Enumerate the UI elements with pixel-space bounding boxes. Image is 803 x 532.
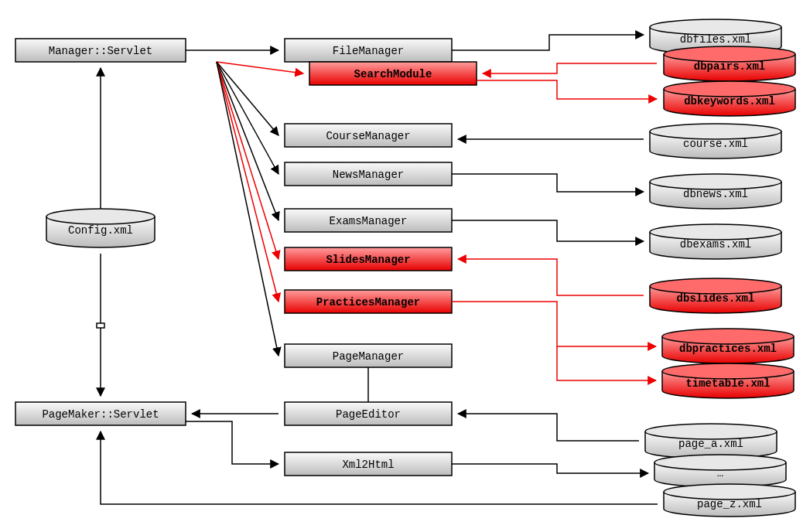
dbfiles-label: dbfiles.xml	[680, 33, 751, 46]
exams-db-line	[452, 220, 644, 241]
pagez-label: page_z.xml	[697, 498, 762, 510]
svg-point-1	[650, 19, 781, 35]
mgr-slides-line	[217, 62, 278, 259]
pagemaker-xml2html-line	[186, 421, 278, 464]
dbpairs-label: dbpairs.xml	[694, 60, 765, 73]
line-break-icon	[97, 323, 104, 328]
slidesmanager-label: SlidesManager	[326, 254, 410, 266]
svg-point-12	[664, 484, 795, 500]
dbslides-label: dbslides.xml	[677, 292, 755, 305]
xml2html-label: Xml2Html	[342, 459, 394, 471]
xml2html-pages-line	[452, 464, 648, 473]
dbpairs-cyl: dbpairs.xml	[664, 46, 795, 81]
dbexams-cyl: dbexams.xml	[650, 224, 781, 259]
mgr-search-line	[217, 62, 303, 73]
svg-point-9	[662, 363, 794, 379]
mgr-exams-line	[217, 62, 278, 220]
dbexams-label: dbexams.xml	[680, 238, 751, 251]
architecture-diagram: Manager::Servlet PageMaker::Servlet Conf…	[0, 0, 803, 532]
timetable-label: timetable.xml	[685, 377, 770, 390]
searchmodule-label: SearchModule	[354, 68, 432, 80]
config-cylinder: Config.xml	[46, 209, 155, 247]
dbnews-label: dbnews.xml	[683, 188, 748, 200]
svg-point-4	[650, 124, 781, 139]
pagemanager-label: PageManager	[333, 350, 404, 363]
news-db-line	[452, 174, 644, 192]
newsmanager-label: NewsManager	[333, 169, 404, 181]
mgr-page-line	[217, 62, 278, 356]
pagea-cyl: page_a.xml	[645, 424, 777, 459]
mgr-news-line	[217, 62, 278, 174]
dbpractices-label: dbpractices.xml	[679, 343, 777, 355]
dots-cyl: …	[654, 455, 786, 487]
dbkeywords-label: dbkeywords.xml	[684, 95, 775, 107]
svg-point-5	[650, 174, 781, 189]
search-dbkeywords-line	[477, 80, 657, 99]
practices-db-line	[452, 302, 656, 346]
dbnews-cyl: dbnews.xml	[650, 174, 781, 209]
practices-timetable-line	[557, 346, 656, 380]
svg-point-6	[650, 224, 781, 240]
dbkeywords-cyl: dbkeywords.xml	[664, 81, 795, 116]
file-dbfiles-line	[452, 35, 644, 50]
svg-point-10	[645, 424, 777, 439]
manager-servlet-label: Manager::Servlet	[49, 45, 152, 57]
course-cyl: course.xml	[650, 124, 781, 159]
dbpractices-cyl: dbpractices.xml	[662, 329, 794, 363]
pageeditor-label: PageEditor	[336, 408, 401, 421]
search-dbpairs-line	[483, 63, 657, 73]
practicesmanager-label: PracticesManager	[316, 296, 420, 309]
pagez-cyl: page_z.xml	[664, 484, 795, 517]
examsmanager-label: ExamsManager	[330, 215, 408, 227]
dbslides-cyl: dbslides.xml	[650, 278, 781, 313]
course-label: course.xml	[683, 138, 748, 150]
pagemaker-servlet-label: PageMaker::Servlet	[42, 408, 159, 421]
svg-point-3	[664, 81, 795, 97]
pagea-label: page_a.xml	[678, 438, 743, 450]
svg-point-8	[662, 329, 794, 344]
timetable-cyl: timetable.xml	[662, 363, 794, 398]
config-label: Config.xml	[68, 224, 133, 237]
slides-db-line	[458, 259, 644, 295]
dots-label: …	[717, 467, 723, 479]
filemanager-label: FileManager	[333, 45, 404, 57]
svg-point-2	[664, 46, 795, 62]
editor-pagea-line	[458, 414, 639, 441]
svg-point-7	[650, 278, 781, 294]
coursemanager-label: CourseManager	[326, 130, 410, 142]
svg-point-0	[46, 209, 155, 224]
